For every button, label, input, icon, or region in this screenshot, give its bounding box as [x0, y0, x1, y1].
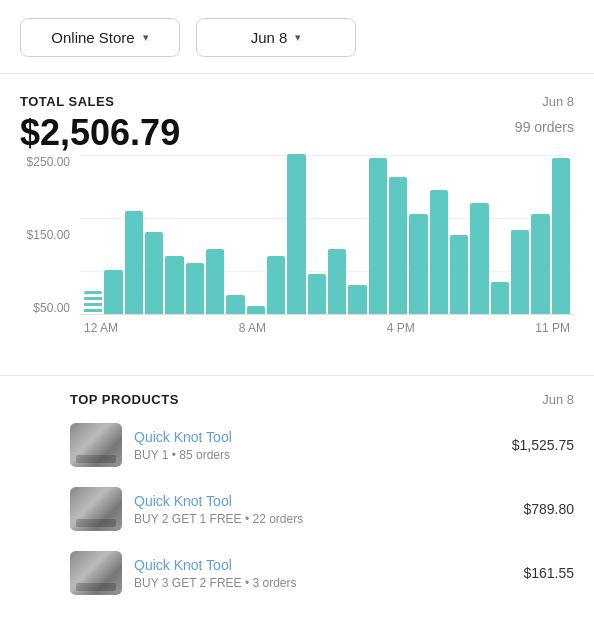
chart-x-labels: 12 AM 8 AM 4 PM 11 PM: [80, 315, 574, 335]
bar-16: [409, 214, 427, 314]
product-name-1[interactable]: Quick Knot Tool: [134, 493, 232, 509]
bar-5: [186, 263, 204, 314]
top-bar: Online Store ▾ Jun 8 ▾: [0, 0, 594, 74]
product-info-2: Quick Knot Tool BUY 3 GET 2 FREE • 3 ord…: [134, 556, 511, 590]
product-row: Quick Knot Tool BUY 1 • 85 orders $1,525…: [70, 423, 574, 467]
bar-11: [308, 274, 326, 314]
stats-section: TOTAL SALES Jun 8 $2,506.79 99 orders $2…: [0, 74, 594, 355]
bar-7: [226, 295, 244, 314]
x-label-11pm: 11 PM: [535, 321, 570, 335]
product-image-inner-1: [70, 487, 122, 531]
bar-4: [165, 256, 183, 314]
chart-area: [80, 155, 574, 315]
product-image-1: [70, 487, 122, 531]
bar-18: [450, 235, 468, 314]
store-selector-label: Online Store: [51, 29, 134, 46]
product-revenue-2: $161.55: [523, 565, 574, 581]
store-selector[interactable]: Online Store ▾: [20, 18, 180, 57]
bar-19: [470, 203, 488, 314]
product-row: Quick Knot Tool BUY 3 GET 2 FREE • 3 ord…: [70, 551, 574, 595]
bar-10: [287, 154, 305, 314]
product-meta-1: BUY 2 GET 1 FREE • 22 orders: [134, 512, 511, 526]
bar-8: [247, 306, 265, 314]
bar-6: [206, 249, 224, 314]
products-section: TOP PRODUCTS Jun 8 Quick Knot Tool BUY 1…: [0, 376, 594, 635]
stats-header: TOTAL SALES Jun 8: [20, 94, 574, 109]
bar-17: [430, 190, 448, 314]
bar-23: [552, 158, 570, 314]
bar-12: [328, 249, 346, 314]
bar-2: [125, 211, 143, 314]
product-meta-0: BUY 1 • 85 orders: [134, 448, 500, 462]
y-label-50: $50.00: [20, 301, 70, 315]
date-selector-label: Jun 8: [251, 29, 288, 46]
product-name-0[interactable]: Quick Knot Tool: [134, 429, 232, 445]
y-label-250: $250.00: [20, 155, 70, 169]
store-chevron-icon: ▾: [143, 31, 149, 44]
bar-9: [267, 256, 285, 314]
bar-22: [531, 214, 549, 314]
bar-0: [84, 291, 102, 314]
x-label-4pm: 4 PM: [387, 321, 415, 335]
bar-1: [104, 270, 122, 314]
product-row: Quick Knot Tool BUY 2 GET 1 FREE • 22 or…: [70, 487, 574, 531]
y-label-150: $150.00: [20, 228, 70, 242]
bar-14: [369, 158, 387, 314]
bar-20: [491, 282, 509, 314]
products-date: Jun 8: [542, 392, 574, 407]
x-label-12am: 12 AM: [84, 321, 118, 335]
bars-wrapper: [80, 155, 574, 314]
product-info-0: Quick Knot Tool BUY 1 • 85 orders: [134, 428, 500, 462]
bar-21: [511, 230, 529, 314]
product-name-2[interactable]: Quick Knot Tool: [134, 557, 232, 573]
product-image-0: [70, 423, 122, 467]
total-sales-label: TOTAL SALES: [20, 94, 114, 109]
stats-date: Jun 8: [542, 94, 574, 109]
product-revenue-1: $789.80: [523, 501, 574, 517]
product-image-2: [70, 551, 122, 595]
top-products-label: TOP PRODUCTS: [70, 392, 179, 407]
product-image-inner-2: [70, 551, 122, 595]
product-image-inner-0: [70, 423, 122, 467]
product-revenue-0: $1,525.75: [512, 437, 574, 453]
bar-13: [348, 285, 366, 314]
date-chevron-icon: ▾: [295, 31, 301, 44]
product-meta-2: BUY 3 GET 2 FREE • 3 orders: [134, 576, 511, 590]
bar-15: [389, 177, 407, 314]
chart-y-labels: $250.00 $150.00 $50.00: [20, 155, 78, 315]
product-info-1: Quick Knot Tool BUY 2 GET 1 FREE • 22 or…: [134, 492, 511, 526]
chart-container: $250.00 $150.00 $50.00 12 AM 8 AM 4 PM 1…: [20, 155, 574, 355]
x-label-8am: 8 AM: [239, 321, 266, 335]
bar-3: [145, 232, 163, 314]
products-header: TOP PRODUCTS Jun 8: [70, 392, 574, 407]
date-selector[interactable]: Jun 8 ▾: [196, 18, 356, 57]
